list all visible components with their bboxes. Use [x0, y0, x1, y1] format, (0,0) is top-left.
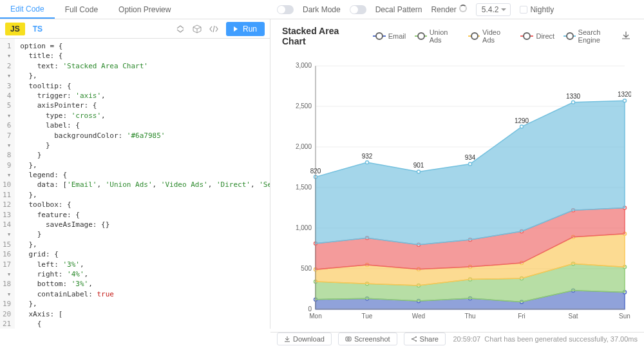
svg-text:1,500: 1,500: [296, 184, 312, 191]
status-text: 20:59:07 Chart has been generated succes…: [453, 335, 638, 343]
svg-text:2,500: 2,500: [296, 102, 312, 110]
tab-edit-code[interactable]: Edit Code: [0, 0, 55, 19]
preview-controls: Dark Mode Decal Pattern Render 5.4.2 Nig…: [270, 3, 644, 16]
svg-rect-65: [346, 337, 351, 341]
svg-text:1,000: 1,000: [296, 224, 312, 231]
svg-text:Thu: Thu: [464, 313, 475, 320]
share-button[interactable]: Share: [404, 333, 446, 345]
chart-svg: 05001,0001,5002,0002,5003,00082093290193…: [290, 53, 631, 325]
chart-area: 05001,0001,5002,0002,5003,00082093290193…: [270, 46, 644, 332]
svg-text:Wed: Wed: [412, 313, 425, 320]
legend-item[interactable]: Union Ads: [415, 28, 459, 44]
svg-text:Mon: Mon: [309, 313, 321, 320]
svg-point-47: [572, 101, 575, 104]
svg-text:932: 932: [362, 153, 373, 160]
svg-point-68: [415, 336, 417, 338]
svg-text:1330: 1330: [566, 93, 581, 100]
lang-tab-js[interactable]: JS: [5, 23, 25, 35]
svg-text:Sat: Sat: [569, 313, 578, 320]
svg-text:1320: 1320: [618, 91, 631, 98]
tab-option-preview[interactable]: Option Preview: [108, 0, 181, 19]
lang-tab-ts[interactable]: TS: [28, 23, 48, 35]
cube-icon[interactable]: [191, 23, 204, 35]
decal-toggle[interactable]: [350, 5, 366, 14]
chart-header: Stacked Area Chart EmailUnion AdsVideo A…: [270, 19, 644, 46]
editor-gutter: 1 ▾2 ▾3 4 5 ▾6 7 ▾8 9 ▾10 11 12 13 14 ▾1…: [0, 39, 15, 329]
editor-toolbar: JS TS Run: [0, 19, 270, 39]
svg-text:Tue: Tue: [362, 313, 373, 320]
svg-text:934: 934: [465, 154, 476, 161]
svg-text:Sun: Sun: [619, 313, 630, 320]
nightly-checkbox[interactable]: [520, 6, 527, 14]
chart-bottom-bar: Download Screenshot Share 20:59:07 Chart…: [270, 332, 644, 345]
fullscreen-icon[interactable]: [174, 23, 187, 35]
editor-code[interactable]: option = { title: { text: 'Stacked Area …: [15, 39, 270, 329]
chart-panel: Stacked Area Chart EmailUnion AdsVideo A…: [270, 19, 644, 329]
svg-point-67: [412, 338, 413, 340]
svg-text:Fri: Fri: [518, 313, 526, 320]
svg-point-69: [415, 340, 417, 342]
svg-text:500: 500: [301, 265, 312, 272]
chart-legend: EmailUnion AdsVideo AdsDirectSearch Engi…: [373, 28, 621, 44]
editor-panel: JS TS Run 1 ▾2 ▾3 4 5 ▾6 7 ▾8 9 ▾10 11 1…: [0, 19, 270, 329]
version-dropdown[interactable]: 5.4.2: [476, 3, 511, 16]
decal-label: Decal Pattern: [375, 5, 422, 14]
download-button[interactable]: Download: [277, 333, 332, 345]
svg-text:2,000: 2,000: [296, 143, 312, 150]
chart-title: Stacked Area Chart: [282, 26, 361, 46]
svg-point-46: [520, 125, 524, 128]
legend-item[interactable]: Email: [373, 28, 406, 44]
svg-point-48: [623, 99, 627, 102]
legend-item[interactable]: Direct: [520, 28, 554, 44]
code-editor[interactable]: 1 ▾2 ▾3 4 5 ▾6 7 ▾8 9 ▾10 11 12 13 14 ▾1…: [0, 39, 270, 329]
svg-text:3,000: 3,000: [296, 62, 312, 69]
render-label: Render: [431, 5, 466, 14]
legend-item[interactable]: Video Ads: [468, 28, 512, 44]
main-split: JS TS Run 1 ▾2 ▾3 4 5 ▾6 7 ▾8 9 ▾10 11 1…: [0, 19, 644, 329]
legend-item[interactable]: Search Engine: [564, 28, 621, 44]
svg-text:1290: 1290: [515, 117, 529, 124]
svg-text:0: 0: [308, 305, 312, 313]
svg-point-43: [366, 160, 369, 164]
spinner-icon: [459, 5, 467, 12]
save-image-icon[interactable]: [621, 30, 631, 43]
format-code-icon[interactable]: [207, 23, 220, 35]
nightly-control[interactable]: Nightly: [520, 5, 554, 14]
dark-mode-label: Dark Mode: [303, 5, 341, 14]
dark-mode-toggle[interactable]: [277, 5, 294, 14]
top-tabs: Edit Code Full Code Option Preview: [0, 0, 270, 19]
svg-point-44: [417, 170, 421, 173]
screenshot-button[interactable]: Screenshot: [338, 333, 397, 345]
tab-full-code[interactable]: Full Code: [55, 0, 108, 19]
top-toolbar: Edit Code Full Code Option Preview Dark …: [0, 0, 644, 19]
svg-point-66: [347, 338, 349, 340]
svg-text:901: 901: [413, 162, 424, 169]
svg-point-45: [469, 162, 472, 166]
run-button[interactable]: Run: [226, 22, 265, 36]
